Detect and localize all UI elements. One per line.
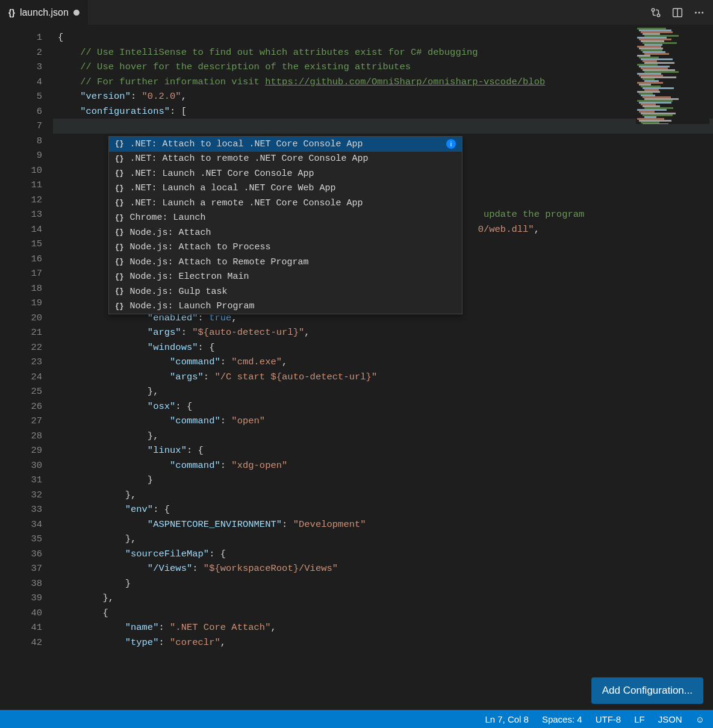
line-number: 31 [0, 473, 42, 488]
line-number: 8 [0, 134, 42, 149]
suggest-item-label: Node.js: Attach to Process [129, 242, 270, 252]
code-line[interactable]: }, [53, 532, 713, 547]
code-content[interactable]: { // Use IntelliSense to find out which … [53, 25, 713, 710]
suggest-item-label: Node.js: Attach to Remote Program [129, 257, 308, 267]
code-line[interactable]: "command": "cmd.exe", [53, 355, 713, 370]
line-number: 23 [0, 355, 42, 370]
svg-point-0 [652, 8, 655, 11]
more-icon[interactable] [694, 7, 705, 18]
code-line[interactable]: "linux": { [53, 443, 713, 458]
line-number: 7 [0, 119, 42, 134]
code-line[interactable]: }, [53, 591, 713, 606]
line-number: 12 [0, 193, 42, 208]
suggest-item[interactable]: {}.NET: Launch a remote .NET Core Consol… [109, 196, 462, 211]
code-editor[interactable]: 1234567891011121314151617181920212223242… [0, 25, 713, 710]
code-line[interactable]: "configurations": [ [53, 104, 713, 119]
line-number: 25 [0, 384, 42, 399]
line-number: 6 [0, 104, 42, 119]
snippet-icon: {} [115, 155, 123, 163]
line-number: 24 [0, 370, 42, 385]
line-number: 11 [0, 178, 42, 193]
snippet-icon: {} [115, 302, 123, 311]
line-number: 32 [0, 488, 42, 503]
code-line[interactable]: "/Views": "${workspaceRoot}/Views" [53, 561, 713, 576]
code-line[interactable]: }, [53, 429, 713, 444]
suggest-item[interactable]: {}Node.js: Gulp task [109, 284, 462, 299]
snippet-icon: {} [115, 243, 123, 252]
code-line[interactable]: "env": { [53, 502, 713, 517]
snippet-icon: {} [115, 228, 123, 237]
code-line[interactable]: "type": "coreclr", [53, 635, 713, 650]
suggest-item[interactable]: {}Node.js: Attach to Process [109, 240, 462, 255]
suggest-item[interactable]: {}Node.js: Electron Main [109, 270, 462, 285]
code-line[interactable]: "command": "open" [53, 414, 713, 429]
status-feedback-icon[interactable]: ☺ [696, 714, 705, 724]
code-line[interactable]: "name": ".NET Core Attach", [53, 620, 713, 635]
intellisense-suggest-widget[interactable]: {}.NET: Attach to local .NET Core Consol… [108, 136, 462, 314]
code-line[interactable]: "sourceFileMap": { [53, 547, 713, 562]
code-line[interactable]: // For further information visit https:/… [53, 75, 713, 90]
code-line[interactable] [53, 119, 713, 134]
code-line[interactable]: "version": "0.2.0", [53, 89, 713, 104]
status-language[interactable]: JSON [658, 714, 682, 724]
code-line[interactable]: } [53, 576, 713, 591]
line-number: 3 [0, 60, 42, 75]
line-number: 9 [0, 148, 42, 163]
code-line[interactable]: { [53, 606, 713, 621]
tab-launch-json[interactable]: {} launch.json [0, 0, 89, 25]
suggest-item-label: Node.js: Attach [129, 228, 211, 238]
line-number: 34 [0, 517, 42, 532]
suggest-item[interactable]: {}.NET: Attach to local .NET Core Consol… [109, 137, 462, 152]
status-encoding[interactable]: UTF-8 [596, 714, 621, 724]
line-number: 2 [0, 45, 42, 60]
snippet-icon: {} [115, 258, 123, 266]
line-number: 28 [0, 429, 42, 444]
line-number: 10 [0, 163, 42, 178]
code-line[interactable]: "command": "xdg-open" [53, 458, 713, 473]
line-number: 36 [0, 547, 42, 562]
suggest-item-label: .NET: Attach to remote .NET Core Console… [129, 154, 368, 164]
status-eol[interactable]: LF [634, 714, 645, 724]
info-icon[interactable]: i [446, 139, 456, 149]
suggest-item-label: .NET: Attach to local .NET Core Console … [129, 139, 363, 149]
suggest-item-label: .NET: Launch a remote .NET Core Console … [129, 198, 363, 208]
code-line[interactable]: // Use IntelliSense to find out which at… [53, 45, 713, 60]
line-number: 17 [0, 266, 42, 281]
line-number: 33 [0, 502, 42, 517]
code-line[interactable]: "ASPNETCORE_ENVIRONMENT": "Development" [53, 517, 713, 532]
split-editor-icon[interactable] [672, 7, 683, 18]
tab-title: launch.json [20, 7, 69, 18]
suggest-item-label: Chrome: Launch [129, 213, 205, 223]
code-line[interactable]: "osx": { [53, 399, 713, 414]
status-cursor-position[interactable]: Ln 7, Col 8 [485, 714, 529, 724]
line-number: 30 [0, 458, 42, 473]
code-line[interactable]: "args": "${auto-detect-url}", [53, 325, 713, 340]
line-number-gutter: 1234567891011121314151617181920212223242… [0, 25, 53, 710]
suggest-item-label: .NET: Launch a local .NET Core Web App [129, 183, 335, 193]
line-number: 13 [0, 207, 42, 222]
suggest-item[interactable]: {}.NET: Attach to remote .NET Core Conso… [109, 152, 462, 167]
code-line[interactable]: }, [53, 488, 713, 503]
suggest-item[interactable]: {}.NET: Launch a local .NET Core Web App [109, 181, 462, 196]
line-number: 37 [0, 561, 42, 576]
line-number: 29 [0, 443, 42, 458]
line-number: 21 [0, 325, 42, 340]
code-line[interactable]: } [53, 473, 713, 488]
line-number: 40 [0, 606, 42, 621]
line-number: 22 [0, 340, 42, 355]
suggest-item[interactable]: {}Node.js: Attach [109, 225, 462, 240]
code-line[interactable]: }, [53, 384, 713, 399]
code-line[interactable]: { [53, 30, 713, 45]
suggest-item[interactable]: {}Node.js: Launch Program [109, 299, 462, 314]
status-indent[interactable]: Spaces: 4 [542, 714, 582, 724]
code-line[interactable]: // Use hover for the description of the … [53, 60, 713, 75]
minimap[interactable] [636, 28, 709, 124]
code-line[interactable]: "windows": { [53, 340, 713, 355]
suggest-item[interactable]: {}Node.js: Attach to Remote Program [109, 255, 462, 270]
add-configuration-button[interactable]: Add Configuration... [591, 677, 703, 704]
line-number: 14 [0, 222, 42, 237]
code-line[interactable]: "args": "/C start ${auto-detect-url}" [53, 370, 713, 385]
suggest-item[interactable]: {}Chrome: Launch [109, 211, 462, 226]
suggest-item[interactable]: {}.NET: Launch .NET Core Console App [109, 166, 462, 181]
git-compare-icon[interactable] [650, 7, 661, 18]
